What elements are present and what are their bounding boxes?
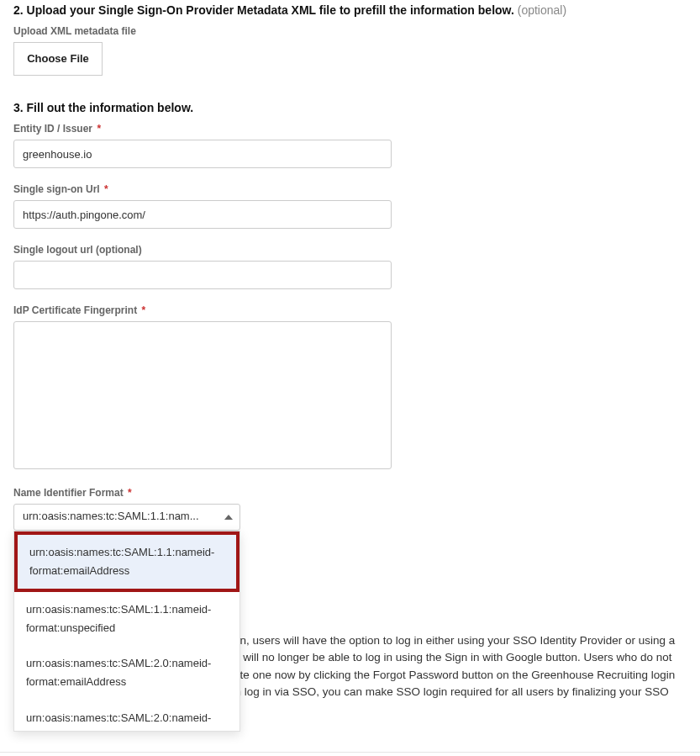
- name-id-format-select[interactable]: urn:oasis:names:tc:SAML:1.1:nam...: [13, 504, 240, 531]
- name-id-format-dropdown: urn:oasis:names:tc:SAML:1.1:nameid-forma…: [13, 531, 240, 732]
- step2-heading-text: 2. Upload your Single Sign-On Provider M…: [13, 3, 514, 17]
- fingerprint-label: IdP Certificate Fingerprint *: [13, 304, 687, 316]
- required-marker: *: [104, 183, 108, 195]
- fingerprint-textarea[interactable]: [13, 321, 392, 469]
- step2-heading: 2. Upload your Single Sign-On Provider M…: [13, 3, 687, 17]
- logout-url-input[interactable]: [13, 261, 392, 289]
- entity-id-input[interactable]: [13, 140, 392, 168]
- upload-xml-label: Upload XML metadata file: [13, 25, 687, 37]
- chevron-up-icon: [224, 515, 233, 520]
- form-footer: Cancel Save: [0, 752, 700, 756]
- step3-heading: 3. Fill out the information below.: [13, 101, 687, 114]
- entity-id-label: Entity ID / Issuer *: [13, 123, 687, 135]
- required-marker: *: [141, 304, 145, 316]
- name-id-format-label: Name Identifier Format *: [13, 487, 687, 499]
- sso-url-input[interactable]: [13, 200, 392, 229]
- sso-url-label: Single sign-on Url *: [13, 183, 687, 195]
- step2-optional: (optional): [518, 3, 566, 17]
- choose-file-button[interactable]: Choose File: [13, 42, 103, 76]
- dropdown-option-emailaddress-11[interactable]: urn:oasis:names:tc:SAML:1.1:nameid-forma…: [14, 531, 239, 592]
- dropdown-option-partial-20[interactable]: urn:oasis:names:tc:SAML:2.0:nameid-: [14, 700, 239, 731]
- logout-url-label: Single logout url (optional): [13, 244, 687, 256]
- required-marker: *: [128, 487, 132, 499]
- required-marker: *: [97, 123, 101, 135]
- dropdown-option-emailaddress-20[interactable]: urn:oasis:names:tc:SAML:2.0:nameid-forma…: [14, 646, 239, 700]
- dropdown-option-unspecified-11[interactable]: urn:oasis:names:tc:SAML:1.1:nameid-forma…: [14, 592, 239, 646]
